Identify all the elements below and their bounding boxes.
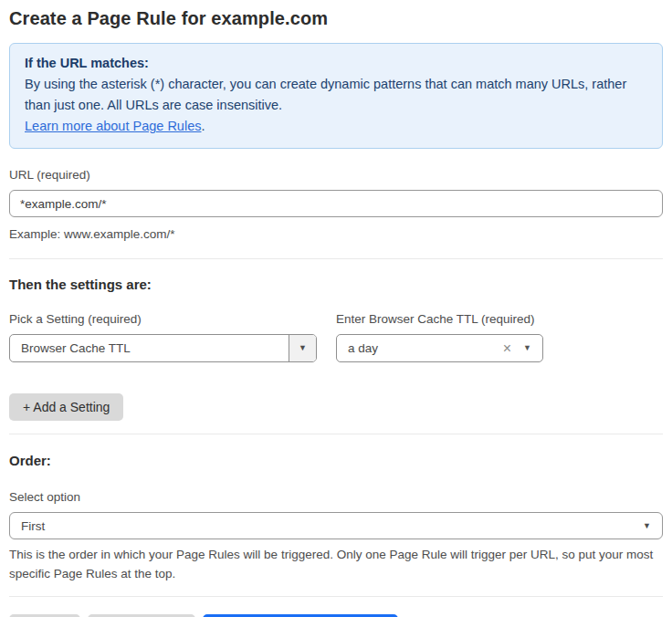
url-field-group: URL (required) Example: www.example.com/… [9,168,663,244]
info-box-heading: If the URL matches: [25,53,647,74]
setting-picker-label: Pick a Setting (required) [9,312,317,326]
ttl-picker-select[interactable]: a day × ▼ [336,334,543,362]
url-example-text: Example: www.example.com/* [9,225,663,244]
learn-more-link[interactable]: Learn more about Page Rules [25,119,201,133]
ttl-picker-label: Enter Browser Cache TTL (required) [336,312,543,326]
setting-picker-arrow-button[interactable]: ▼ [289,335,316,361]
settings-section-heading: Then the settings are: [9,277,663,292]
order-select[interactable]: First ▼ [9,512,663,539]
settings-grid: Pick a Setting (required) Enter Browser … [9,312,663,362]
page-title: Create a Page Rule for example.com [9,8,663,29]
info-box-link-line: Learn more about Page Rules. [25,116,647,137]
order-section-heading: Order: [9,453,663,468]
divider [9,596,663,597]
order-select-value: First [10,519,643,533]
url-match-info-box: If the URL matches: By using the asteris… [9,43,663,149]
setting-picker-select[interactable]: Browser Cache TTL ▼ [9,334,317,362]
order-select-label: Select option [9,490,663,504]
info-box-body: By using the asterisk (*) character, you… [25,74,647,116]
add-setting-button[interactable]: + Add a Setting [9,393,123,421]
url-input[interactable] [9,190,663,217]
setting-picker-value: Browser Cache TTL [10,341,289,355]
url-field-label: URL (required) [9,168,663,182]
clear-icon[interactable]: × [503,341,511,356]
order-helper-text: This is the order in which your Page Rul… [9,545,654,583]
link-suffix: . [201,119,205,133]
caret-down-icon: ▼ [299,344,307,352]
page-rule-form: Create a Page Rule for example.com If th… [0,8,672,617]
caret-down-icon: ▼ [643,522,651,530]
caret-down-icon: ▼ [523,344,531,352]
divider [9,258,663,259]
ttl-picker-value: a day [337,341,503,355]
divider [9,434,663,434]
